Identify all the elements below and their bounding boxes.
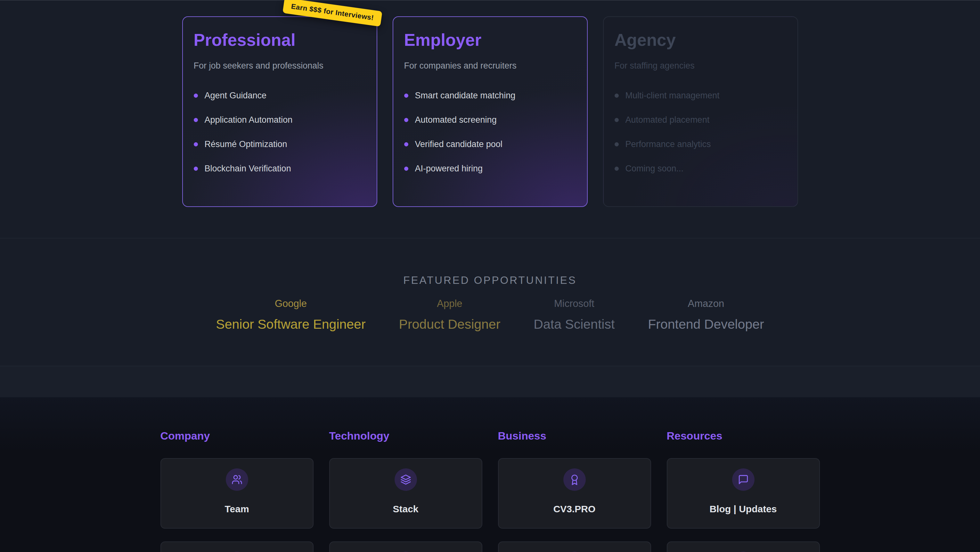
plan-feature-label: Performance analytics — [625, 139, 711, 149]
footer-links-row-2 — [0, 541, 980, 552]
plan-feature: AI-powered hiring — [404, 164, 576, 174]
job-company: Google — [216, 298, 366, 310]
featured-jobs-row: Google Senior Software Engineer Apple Pr… — [0, 298, 980, 332]
job-company: Microsoft — [533, 298, 614, 310]
plan-subtitle: For companies and recruiters — [404, 61, 576, 71]
footer-link-card[interactable] — [667, 541, 820, 552]
plan-title: Agency — [614, 30, 787, 50]
plan-feature-label: Résumé Optimization — [205, 139, 287, 149]
plan-card-employer[interactable]: Employer For companies and recruiters Sm… — [393, 16, 588, 207]
plan-feature: Agent Guidance — [194, 91, 366, 101]
plan-feature-label: Agent Guidance — [205, 91, 267, 101]
footer: Company Team Technology — [0, 397, 980, 552]
footer-link-card[interactable] — [329, 541, 482, 552]
featured-heading: FEATURED OPPORTUNITIES — [0, 238, 980, 286]
footer-col-heading: Business — [498, 429, 651, 442]
job-company: Apple — [399, 298, 501, 310]
plan-title: Professional — [194, 30, 366, 50]
footer-col-business: Business CV3.PRO — [498, 429, 651, 529]
icon-circle — [732, 468, 754, 491]
footer-link-team[interactable]: Team — [161, 458, 313, 529]
icon-circle — [226, 468, 248, 491]
footer-columns: Company Team Technology — [0, 429, 980, 529]
job-role: Frontend Developer — [648, 316, 764, 332]
icon-circle — [563, 468, 586, 491]
footer-link-label: Stack — [393, 504, 418, 515]
plan-feature: Blockchain Verification — [194, 164, 366, 174]
bullet-dot-icon — [614, 142, 619, 147]
plan-feature: Résumé Optimization — [194, 139, 366, 149]
bullet-dot-icon — [194, 142, 198, 147]
plan-feature: Performance analytics — [614, 139, 787, 149]
plan-subtitle: For staffing agencies — [614, 61, 787, 71]
plan-feature: Coming soon... — [614, 164, 787, 174]
featured-job-apple[interactable]: Apple Product Designer — [399, 298, 501, 332]
plan-subtitle: For job seekers and professionals — [194, 61, 366, 71]
footer-col-heading: Technology — [329, 429, 482, 442]
job-role: Product Designer — [399, 316, 501, 332]
featured-job-google[interactable]: Google Senior Software Engineer — [216, 298, 366, 332]
featured-job-microsoft[interactable]: Microsoft Data Scientist — [533, 298, 614, 332]
bullet-dot-icon — [194, 167, 198, 171]
bullet-dot-icon — [404, 167, 408, 171]
bullet-dot-icon — [614, 118, 619, 122]
bullet-dot-icon — [614, 94, 619, 98]
message-square-icon — [738, 474, 749, 485]
bullet-dot-icon — [194, 94, 198, 98]
featured-job-amazon[interactable]: Amazon Frontend Developer — [648, 298, 764, 332]
footer-col-heading: Resources — [667, 429, 820, 442]
plan-feature: Automated placement — [614, 115, 787, 125]
plan-feature: Smart candidate matching — [404, 91, 576, 101]
footer-col-company: Company Team — [161, 429, 313, 529]
footer-link-label: CV3.PRO — [554, 504, 596, 515]
plan-feature-label: Application Automation — [205, 115, 293, 125]
plan-feature-label: AI-powered hiring — [415, 164, 483, 174]
featured-opportunities-section: FEATURED OPPORTUNITIES Google Senior Sof… — [0, 238, 980, 366]
bullet-dot-icon — [404, 94, 408, 98]
award-icon — [569, 474, 580, 485]
plan-title: Employer — [404, 30, 576, 50]
plan-feature-label: Smart candidate matching — [415, 91, 515, 101]
job-role: Data Scientist — [533, 316, 614, 332]
landing-page: Earn $$$ for Interviews! Professional Fo… — [0, 0, 980, 552]
plan-feature: Multi-client management — [614, 91, 787, 101]
bullet-dot-icon — [404, 142, 408, 147]
plan-feature-label: Verified candidate pool — [415, 139, 503, 149]
plan-cards-row: Professional For job seekers and profess… — [0, 0, 980, 207]
footer-link-card[interactable] — [161, 541, 313, 552]
plan-feature-label: Multi-client management — [625, 91, 720, 101]
footer-link-label: Blog | Updates — [710, 504, 776, 515]
footer-link-card[interactable] — [498, 541, 651, 552]
footer-col-resources: Resources Blog | Updates — [667, 429, 820, 529]
plan-feature-label: Blockchain Verification — [205, 164, 291, 174]
plan-feature: Automated screening — [404, 115, 576, 125]
layers-icon — [400, 474, 411, 485]
plan-card-professional[interactable]: Professional For job seekers and profess… — [182, 16, 377, 207]
bullet-dot-icon — [614, 167, 619, 171]
bullet-dot-icon — [404, 118, 408, 122]
icon-circle — [395, 468, 417, 491]
users-icon — [232, 474, 242, 485]
job-role: Senior Software Engineer — [216, 316, 366, 332]
footer-link-stack[interactable]: Stack — [329, 458, 482, 529]
top-divider — [0, 0, 980, 1]
bullet-dot-icon — [194, 118, 198, 122]
job-company: Amazon — [648, 298, 764, 310]
plan-feature-list: Multi-client management Automated placem… — [614, 91, 787, 174]
empty-ticker-strip — [0, 366, 980, 397]
plan-feature-label: Coming soon... — [625, 164, 684, 174]
pricing-plans-section: Earn $$$ for Interviews! Professional Fo… — [0, 0, 980, 238]
plan-card-agency: Agency For staffing agencies Multi-clien… — [603, 16, 798, 207]
plan-feature-label: Automated screening — [415, 115, 497, 125]
plan-feature-list: Smart candidate matching Automated scree… — [404, 91, 576, 174]
footer-link-label: Team — [224, 504, 249, 515]
footer-link-cv3pro[interactable]: CV3.PRO — [498, 458, 651, 529]
footer-col-heading: Company — [161, 429, 313, 442]
plan-feature: Verified candidate pool — [404, 139, 576, 149]
footer-link-blog[interactable]: Blog | Updates — [667, 458, 820, 529]
plan-feature-label: Automated placement — [625, 115, 710, 125]
plan-feature-list: Agent Guidance Application Automation Ré… — [194, 91, 366, 174]
footer-col-technology: Technology Stack — [329, 429, 482, 529]
plan-feature: Application Automation — [194, 115, 366, 125]
